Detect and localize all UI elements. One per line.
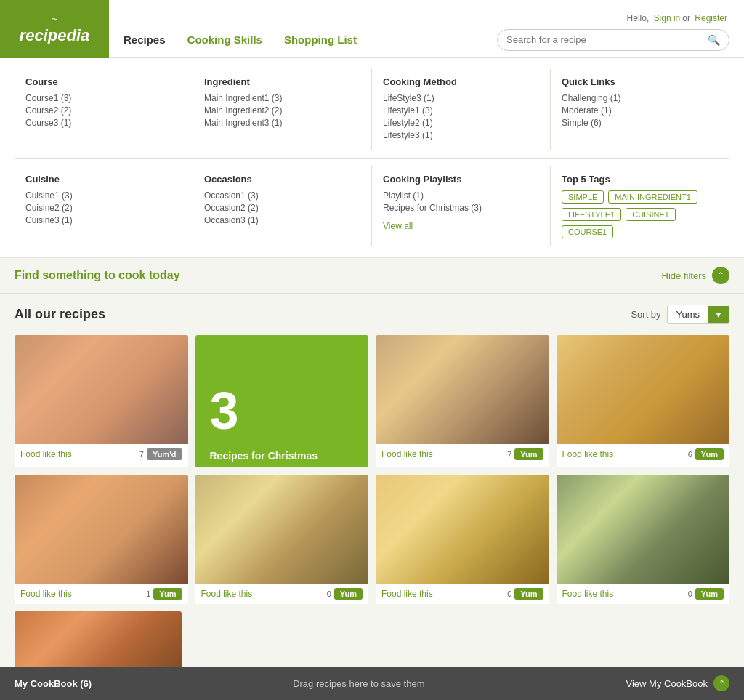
christmas-label: Recipes for Christmas [210,450,318,462]
recipe-link-8[interactable]: Food like this [562,589,614,599]
recipes-section: All our recipes Sort by Yums ▼ Food like… [0,294,744,700]
yum-btn-5[interactable]: Yum [153,588,182,600]
list-item[interactable]: Cuisine1 (3) [25,190,182,201]
search-box: 🔍 [497,29,729,51]
recipe-card-4[interactable]: Food like this 6 Yum [557,335,730,467]
recipe-card-3[interactable]: Food like this 7 Yum [376,335,549,467]
yum-btn-8[interactable]: Yum [695,588,724,600]
bottom-up-icon: ⌃ [713,675,729,691]
recipe-image-6 [195,475,369,584]
filter-occasions-list: Occasion1 (3) Occasion2 (2) Occasion3 (1… [204,190,360,225]
filter-grid-row2: Cuisine Cuisine1 (3) Cuisine2 (2) Cuisin… [15,158,729,246]
filter-cuisine: Cuisine Cuisine1 (3) Cuisine2 (2) Cuisin… [15,166,193,246]
yum-btn-7[interactable]: Yum [514,588,543,600]
logo[interactable]: ~ recipedia [0,0,109,58]
yum-count-8: 0 [688,590,692,598]
sort-dropdown-icon[interactable]: ▼ [708,306,729,323]
recipe-link-1[interactable]: Food like this [20,449,72,459]
filter-cooking-method: Cooking Method LifeStyle3 (1) Lifestyle1… [372,69,551,150]
yumd-btn-1[interactable]: Yum'd [147,448,182,460]
filter-course-title: Course [25,76,182,87]
find-suffix: to cook today [105,269,180,281]
yum-count-1: 7 [140,450,144,459]
find-text: Find something to cook today [15,269,180,282]
recipe-card-5[interactable]: Food like this 1 Yum [15,475,188,604]
list-item[interactable]: LifeStyle3 (1) [383,93,539,103]
yum-btn-6[interactable]: Yum [334,588,363,600]
list-item[interactable]: Cuisine2 (2) [25,203,182,213]
tag-simple[interactable]: SIMPLE [562,190,604,204]
yum-count-6: 0 [327,590,331,598]
recipe-card-8[interactable]: Food like this 0 Yum [557,475,730,604]
recipe-card-6[interactable]: Food like this 0 Yum [195,475,369,604]
signin-link[interactable]: Sign in [654,13,681,23]
list-item[interactable]: Moderate (1) [562,105,719,116]
nav-recipes[interactable]: Recipes [124,33,166,46]
list-item[interactable]: Playlist (1) [383,190,539,201]
list-item[interactable]: Course1 (3) [25,93,182,103]
sort-by: Sort by Yums ▼ [631,305,729,324]
list-item[interactable]: Course2 (2) [25,105,182,116]
recipe-yum-4: 6 Yum [688,448,724,460]
recipe-card-1[interactable]: Food like this 7 Yum'd [15,335,188,467]
yum-btn-4[interactable]: Yum [695,448,724,460]
tag-course1[interactable]: COURSE1 [562,225,613,238]
list-item[interactable]: Main Ingredient3 (1) [204,118,360,128]
yum-btn-3[interactable]: Yum [514,448,543,460]
recipe-link-6[interactable]: Food like this [201,589,253,599]
list-item[interactable]: Occasion3 (1) [204,215,360,225]
list-item[interactable]: Cuisine3 (1) [25,215,182,225]
recipe-yum-3: 7 Yum [507,448,543,460]
header: ~ recipedia Hello, Sign in or Register R… [0,0,744,58]
filter-cuisine-list: Cuisine1 (3) Cuisine2 (2) Cuisine3 (1) [25,190,182,225]
recipe-link-7[interactable]: Food like this [381,589,433,599]
yum-count-5: 1 [146,590,150,598]
list-item[interactable]: Main Ingredient1 (3) [204,93,360,103]
filters-panel: Course Course1 (3) Course2 (2) Course3 (… [0,58,744,258]
filter-top5-tags-title: Top 5 Tags [562,174,719,185]
list-item[interactable]: Main Ingredient2 (2) [204,105,360,116]
nav-shopping-list[interactable]: Shopping List [284,33,357,46]
view-all-link[interactable]: View all [383,221,413,231]
recipe-card-christmas[interactable]: 3 Recipes for Christmas [195,335,369,467]
recipe-link-3[interactable]: Food like this [381,449,433,459]
recipe-link-4[interactable]: Food like this [562,449,614,459]
recipe-footer-1: Food like this 7 Yum'd [15,444,188,464]
recipe-link-5[interactable]: Food like this [20,589,72,599]
tags-wrap: SIMPLE MAIN INGREDIENT1 LIFESTYLE1 CUISI… [562,190,719,238]
recipe-footer-7: Food like this 0 Yum [376,584,549,604]
list-item[interactable]: Lifestyle2 (1) [383,118,539,128]
list-item[interactable]: Lifestyle1 (3) [383,105,539,116]
list-item[interactable]: Challenging (1) [562,93,719,103]
list-item[interactable]: Occasion1 (3) [204,190,360,201]
filter-quick-links-title: Quick Links [562,76,719,87]
register-link[interactable]: Register [695,13,727,23]
recipe-footer-4: Food like this 6 Yum [557,444,730,464]
filter-cooking-method-title: Cooking Method [383,76,539,87]
filter-ingredient-title: Ingredient [204,76,360,87]
recipe-card-7[interactable]: Food like this 0 Yum [376,475,549,604]
tag-lifestyle1[interactable]: LIFESTYLE1 [562,208,621,221]
bottom-bar-cookbook[interactable]: My CookBook (6) [15,678,92,689]
bottom-bar-view-cookbook[interactable]: View My CookBook ⌃ [626,675,729,691]
filter-ingredient-list: Main Ingredient1 (3) Main Ingredient2 (2… [204,93,360,128]
list-item[interactable]: Simple (6) [562,118,719,128]
recipe-yum-8: 0 Yum [688,588,724,600]
recipe-footer-8: Food like this 0 Yum [557,584,730,604]
tag-cuisine1[interactable]: CUISINE1 [626,208,676,221]
filter-top5-tags: Top 5 Tags SIMPLE MAIN INGREDIENT1 LIFES… [551,166,729,246]
filter-quick-links-list: Challenging (1) Moderate (1) Simple (6) [562,93,719,128]
filter-course-list: Course1 (3) Course2 (2) Course3 (1) [25,93,182,128]
list-item[interactable]: Lifestyle3 (1) [383,130,539,140]
recipe-footer-5: Food like this 1 Yum [15,584,188,604]
bottom-bar-drag-text: Drag recipes here to save them [293,678,424,689]
recipe-grid-row2: Food like this 1 Yum Food like this 0 Yu… [15,475,729,604]
header-top: Hello, Sign in or Register [124,7,729,29]
list-item[interactable]: Course3 (1) [25,118,182,128]
search-input[interactable] [506,34,708,45]
hide-filters-btn[interactable]: Hide filters ⌃ [662,267,729,284]
tag-main-ingredient1[interactable]: MAIN INGREDIENT1 [608,190,698,204]
list-item[interactable]: Recipes for Christmas (3) [383,203,539,213]
list-item[interactable]: Occasion2 (2) [204,203,360,213]
nav-cooking-skills[interactable]: Cooking Skills [187,33,262,46]
